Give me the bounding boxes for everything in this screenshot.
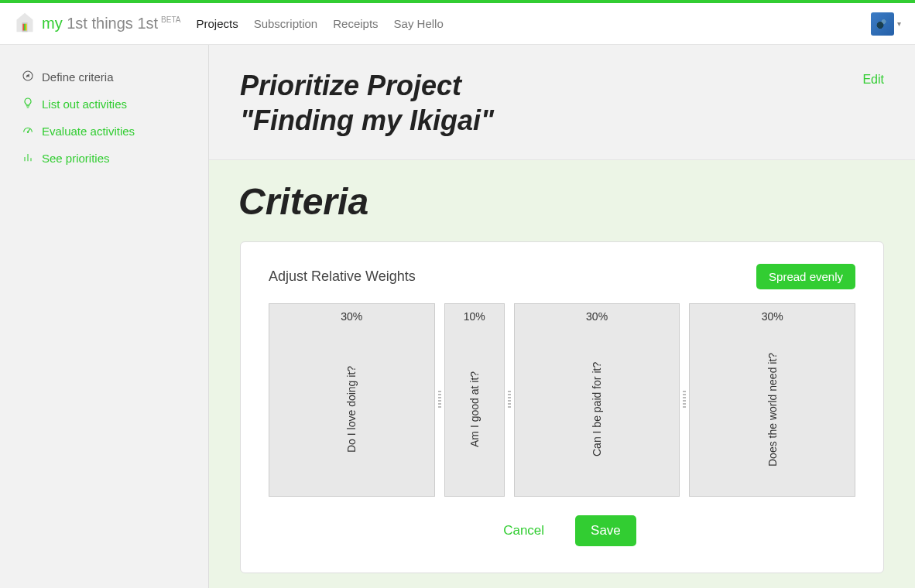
sidebar-item-label: Define criteria [42, 70, 114, 84]
bulb-icon [22, 97, 34, 111]
weight-resize-handle[interactable] [435, 303, 444, 497]
svg-point-8 [27, 132, 28, 132]
criterion-label: Does the world need it? [766, 329, 779, 490]
weights-card: Adjust Relative Weights Spread evenly 30… [240, 241, 884, 573]
logo-icon [14, 12, 36, 36]
svg-rect-2 [24, 24, 26, 31]
sidebar-item-list-out-activities[interactable]: List out activities [22, 91, 202, 118]
main-content: Prioritize Project "Finding my Ikigai" E… [209, 45, 915, 588]
spread-evenly-button[interactable]: Spread evenly [756, 264, 855, 289]
weights-row: 30%Do I love doing it?10%Am I good at it… [269, 303, 855, 497]
criterion-label: Can I be paid for it? [591, 329, 603, 490]
brand-logo[interactable]: my 1st things 1stBETA [14, 12, 180, 36]
sidebar-item-label: See priorities [42, 152, 110, 165]
bars-icon [22, 151, 34, 166]
criterion-weight-column[interactable]: 10%Am I good at it? [444, 303, 505, 497]
criterion-label: Am I good at it? [468, 329, 481, 490]
brand-text: my 1st things 1stBETA [42, 15, 180, 32]
sidebar-item-see-priorities[interactable]: See priorities [22, 145, 202, 172]
page-title: Prioritize Project "Finding my Ikigai" [240, 68, 494, 138]
card-title: Adjust Relative Weights [269, 268, 416, 285]
avatar [871, 12, 894, 36]
sidebar-item-evaluate-activities[interactable]: Evaluate activities [22, 118, 202, 145]
chevron-down-icon: ▾ [897, 19, 901, 28]
criterion-weight-percent: 10% [464, 310, 485, 323]
nav-receipts[interactable]: Receipts [333, 17, 378, 30]
section-heading: Criteria [238, 180, 884, 223]
nav-subscription[interactable]: Subscription [254, 17, 318, 30]
criterion-weight-percent: 30% [762, 310, 783, 323]
svg-rect-3 [26, 24, 27, 31]
sidebar: Define criteriaList out activitiesEvalua… [0, 45, 209, 588]
nav-say-hello[interactable]: Say Hello [394, 17, 444, 30]
svg-rect-1 [22, 24, 24, 31]
user-menu[interactable]: ▾ [871, 12, 901, 36]
weight-resize-handle[interactable] [680, 303, 689, 497]
top-navbar: my 1st things 1stBETA Projects Subscript… [0, 3, 915, 45]
criterion-weight-column[interactable]: 30%Does the world need it? [689, 303, 855, 497]
criterion-weight-column[interactable]: 30%Can I be paid for it? [514, 303, 680, 497]
nav-links: Projects Subscription Receipts Say Hello [196, 17, 443, 30]
sidebar-item-label: Evaluate activities [42, 125, 135, 138]
card-actions: Cancel Save [269, 515, 855, 546]
criterion-weight-percent: 30% [586, 310, 608, 323]
edit-project-link[interactable]: Edit [862, 73, 884, 87]
sidebar-item-define-criteria[interactable]: Define criteria [22, 63, 202, 91]
weight-resize-handle[interactable] [505, 303, 514, 497]
compass-icon [22, 70, 34, 84]
sidebar-item-label: List out activities [42, 97, 127, 111]
criterion-weight-percent: 30% [341, 310, 362, 323]
criterion-weight-column[interactable]: 30%Do I love doing it? [269, 303, 435, 497]
gauge-icon [22, 124, 34, 138]
criteria-section: Criteria Adjust Relative Weights Spread … [209, 160, 915, 588]
cancel-button[interactable]: Cancel [488, 515, 560, 546]
criterion-label: Do I love doing it? [345, 329, 358, 490]
nav-projects[interactable]: Projects [196, 17, 238, 30]
project-header: Prioritize Project "Finding my Ikigai" E… [209, 45, 915, 160]
save-button[interactable]: Save [575, 515, 636, 546]
